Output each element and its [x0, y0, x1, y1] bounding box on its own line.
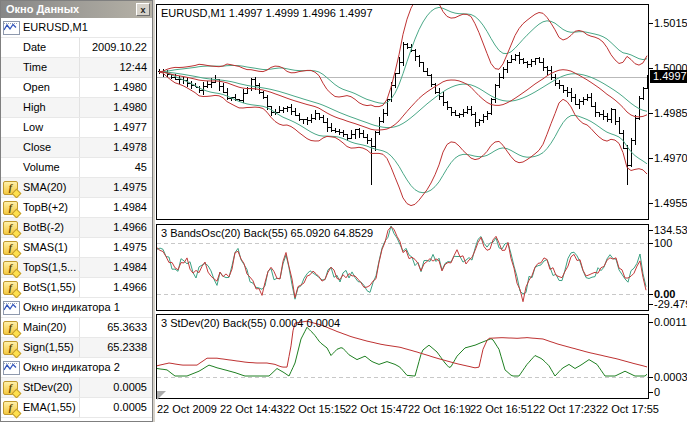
- bollinger-band-1: [159, 70, 647, 130]
- data-row-open[interactable]: Open1.4980: [1, 78, 152, 98]
- data-row-bots-1-55-[interactable]: fBotS(1,55)1.4966: [1, 278, 152, 298]
- data-window-panel: Окно Данных x EURUSD,M1Date2009.10.22Tim…: [0, 0, 153, 422]
- time-axis[interactable]: 22 Oct 200922 Oct 14:4322 Oct 15:1522 Oc…: [155, 400, 687, 422]
- row-label: Date: [23, 41, 46, 53]
- axis-tick: [649, 158, 653, 159]
- fx-indicator-icon: f: [3, 261, 18, 275]
- data-row-tops-1-5-[interactable]: fTopS(1,5...1.4984: [1, 258, 152, 278]
- series-StDev: [157, 327, 647, 376]
- axis-tick: [649, 304, 653, 305]
- smoothed-band-2: [159, 72, 647, 193]
- row-label: Open: [23, 81, 50, 93]
- row-label: Volume: [23, 161, 60, 173]
- axis-tick: [649, 68, 653, 69]
- bandsosc-indicator-panel[interactable]: 3 BandsOsc(20) Back(55) 65.0920 64.8529: [156, 224, 649, 311]
- data-row-symbol[interactable]: EURUSD,M1: [1, 18, 152, 38]
- fx-indicator-icon: f: [3, 401, 18, 415]
- row-value: 1.4966: [79, 278, 152, 297]
- row-label: Окно индикатора 2: [23, 361, 120, 373]
- row-label: EURUSD,M1: [23, 21, 88, 33]
- axis-label: 1.4985: [654, 107, 687, 119]
- time-axis-label: 22 Oct 2009: [157, 403, 217, 415]
- close-icon[interactable]: x: [136, 3, 150, 16]
- axis-tick: [649, 230, 653, 231]
- data-row-sign-1-55-[interactable]: fSign(1,55)65.2338: [1, 338, 152, 358]
- data-row-time[interactable]: Time12:44: [1, 58, 152, 78]
- chart-window: EURUSD,M1 1.4997 1.4999 1.4996 1.4997 3 …: [155, 0, 687, 422]
- data-row-date[interactable]: Date2009.10.22: [1, 38, 152, 58]
- axis-label: 134.5387: [654, 224, 687, 236]
- mt4-workspace: Окно Данных x EURUSD,M1Date2009.10.22Tim…: [0, 0, 687, 422]
- data-row-main-20-[interactable]: fMain(20)65.3633: [1, 318, 152, 338]
- row-label: Sign(1,55): [23, 341, 74, 353]
- axis-label: 1.5015: [654, 17, 687, 29]
- data-row-botb-2-[interactable]: fBotB(-2)1.4966: [1, 218, 152, 238]
- time-axis-label: 22 Oct 16:51: [470, 403, 533, 415]
- row-value: 0.0005: [79, 398, 152, 417]
- stdev-title: 3 StDev(20) Back(55) 0.0004 0.0004: [161, 317, 340, 329]
- time-axis-label: 22 Oct 17:55: [596, 403, 659, 415]
- data-row-low[interactable]: Low1.4977: [1, 118, 152, 138]
- row-label: Time: [23, 61, 47, 73]
- price-axis[interactable]: 1.50151.50001.49851.49701.49551.4997134.…: [649, 0, 687, 422]
- data-row-topb-2-[interactable]: fTopB(+2)1.4984: [1, 198, 152, 218]
- data-row-окно-индикатора-2[interactable]: Окно индикатора 2: [1, 358, 152, 378]
- data-window-rows: EURUSD,M1Date2009.10.22Time12:44Open1.49…: [1, 18, 152, 421]
- row-label: EMA(1,55): [23, 401, 76, 413]
- data-row-smas-1-[interactable]: fSMAS(1)1.4975: [1, 238, 152, 258]
- row-value: 65.3633: [79, 318, 152, 337]
- row-label: TopS(1,5...: [23, 261, 76, 273]
- data-row-volume[interactable]: Volume45: [1, 158, 152, 178]
- data-window-titlebar[interactable]: Окно Данных x: [1, 1, 152, 18]
- fx-indicator-icon: f: [3, 381, 18, 395]
- fx-indicator-icon: f: [3, 241, 18, 255]
- axis-tick: [649, 113, 653, 114]
- row-label: High: [23, 101, 46, 113]
- row-value: 1.4966: [79, 218, 152, 237]
- axis-label: 100: [654, 237, 672, 249]
- axis-label: -29.4791: [654, 298, 687, 310]
- stdev-indicator-panel[interactable]: 3 StDev(20) Back(55) 0.0004 0.0004: [156, 314, 649, 399]
- price-chart-panel[interactable]: EURUSD,M1 1.4997 1.4999 1.4996 1.4997: [156, 4, 649, 220]
- data-row-sma-20-[interactable]: fSMA(20)1.4975: [1, 178, 152, 198]
- axis-tick: [649, 322, 653, 323]
- data-row-ema-1-55-[interactable]: fEMA(1,55)0.0005: [1, 398, 152, 418]
- row-label: Close: [23, 141, 51, 153]
- bollinger-band-2: [159, 72, 647, 206]
- row-value: 1.4980: [79, 98, 152, 117]
- data-row-high[interactable]: High1.4980: [1, 98, 152, 118]
- row-label: StDev(20): [23, 381, 73, 393]
- chart-icon: [3, 361, 20, 375]
- axis-label: 0: [654, 386, 660, 398]
- row-label: BotB(-2): [23, 221, 64, 233]
- data-window-title: Окно Данных: [6, 3, 79, 15]
- current-price-badge: 1.4997: [650, 70, 687, 83]
- fx-indicator-icon: f: [3, 281, 18, 295]
- main-chart-canvas[interactable]: [157, 5, 648, 219]
- row-value: 1.4984: [79, 198, 152, 217]
- time-axis-label: 22 Oct 14:43: [220, 403, 283, 415]
- row-label: Low: [23, 121, 43, 133]
- row-value: 1.4980: [79, 78, 152, 97]
- fx-indicator-icon: f: [3, 201, 18, 215]
- panel-resize-grip[interactable]: [157, 391, 166, 400]
- time-axis-label: 22 Oct 15:15: [283, 403, 346, 415]
- axis-tick: [649, 23, 653, 24]
- data-row-close[interactable]: Close1.4978: [1, 138, 152, 158]
- axis-label: 0.0003: [654, 371, 687, 383]
- data-row-окно-индикатора-1[interactable]: Окно индикатора 1: [1, 298, 152, 318]
- row-value: 1.4978: [79, 138, 152, 157]
- smoothed-band-1: [159, 72, 647, 128]
- fx-indicator-icon: f: [3, 221, 18, 235]
- chart-icon: [3, 301, 20, 315]
- time-axis-label: 22 Oct 16:19: [408, 403, 471, 415]
- price-chart-title: EURUSD,M1 1.4997 1.4999 1.4996 1.4997: [161, 7, 373, 19]
- fx-indicator-icon: f: [3, 341, 18, 355]
- bandsosc-title: 3 BandsOsc(20) Back(55) 65.0920 64.8529: [161, 227, 373, 239]
- row-label: SMAS(1): [23, 241, 68, 253]
- axis-label: 1.4970: [654, 152, 687, 164]
- row-value: 1.4977: [79, 118, 152, 137]
- row-label: SMA(20): [23, 181, 66, 193]
- data-row-stdev-20-[interactable]: fStDev(20)0.0005: [1, 378, 152, 398]
- axis-tick: [649, 203, 653, 204]
